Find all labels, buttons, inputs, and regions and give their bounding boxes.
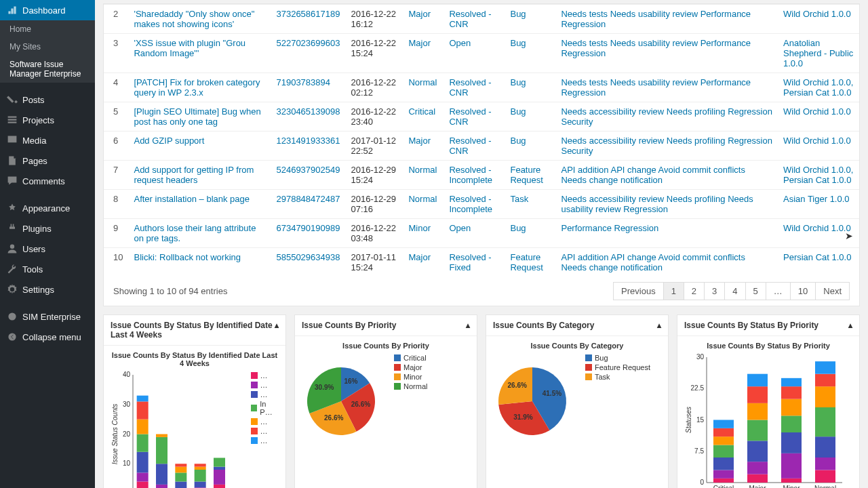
priority-link[interactable]: Major	[408, 136, 431, 146]
sidebar-item-projects[interactable]: Projects	[0, 110, 95, 130]
issue-id-link[interactable]: 3230465139098	[276, 106, 340, 117]
widget-header[interactable]: Issue Counts By Status By Priority▴	[677, 315, 859, 336]
bar-segment[interactable]	[815, 436, 835, 458]
page-3[interactable]: 3	[704, 282, 725, 300]
bar-segment[interactable]	[781, 479, 802, 483]
category-link[interactable]: Feature Request	[510, 252, 542, 272]
page-5[interactable]: 5	[745, 282, 766, 300]
bar-segment[interactable]	[214, 458, 225, 467]
issue-title-link[interactable]: After installation – blank page	[134, 194, 250, 204]
bar-segment[interactable]	[781, 386, 802, 399]
bar-segment[interactable]	[137, 396, 149, 402]
issue-title-link[interactable]: 'XSS issue with plugin "Grou Random Imag…	[134, 38, 245, 58]
version-link[interactable]: Anatolian Shepherd - Public 1.0.0	[783, 38, 853, 68]
bar-segment[interactable]	[747, 474, 768, 483]
bar-segment[interactable]	[214, 470, 225, 485]
page-2[interactable]: 2	[684, 282, 705, 300]
sidebar-item-media[interactable]: Media	[0, 130, 95, 150]
bar-segment[interactable]	[815, 407, 835, 436]
bar-segment[interactable]	[747, 403, 768, 420]
issue-id-link[interactable]: 5246937902549	[276, 165, 340, 175]
bar-segment[interactable]	[815, 374, 835, 387]
issue-title-link[interactable]: 'Sharedaddy "Only show once" makes not s…	[134, 9, 254, 29]
bar-segment[interactable]	[781, 415, 802, 432]
priority-link[interactable]: Major	[408, 252, 431, 262]
bar-segment[interactable]	[195, 464, 206, 466]
bar-segment[interactable]	[195, 470, 206, 482]
issue-id-link[interactable]: 3732658617189	[276, 9, 340, 19]
bar-segment[interactable]	[781, 432, 802, 453]
priority-link[interactable]: Critical	[408, 106, 435, 117]
widget-header[interactable]: Issue Counts By Status By Identified Dat…	[104, 315, 285, 346]
status-link[interactable]: Open	[449, 38, 471, 48]
status-link[interactable]: Resolved - Incomplete	[449, 194, 492, 214]
bar-segment[interactable]	[156, 437, 167, 464]
bar-segment[interactable]	[175, 467, 186, 473]
priority-link[interactable]: Normal	[408, 77, 437, 87]
sidebar-item-comments[interactable]: Comments	[0, 171, 95, 191]
priority-link[interactable]: Minor	[408, 223, 431, 233]
tags-link[interactable]: Needs tests Needs usability review Perfo…	[561, 9, 751, 29]
sidebar-item-sim-enterprise[interactable]: SIM Enterprise	[0, 306, 95, 327]
tags-link[interactable]: Needs accessibility review Needs profili…	[561, 136, 772, 156]
status-link[interactable]: Resolved - Fixed	[449, 252, 491, 272]
page-next[interactable]: Next	[815, 282, 850, 300]
bar-segment[interactable]	[175, 472, 186, 481]
bar-segment[interactable]	[815, 361, 835, 374]
bar-segment[interactable]	[195, 482, 206, 488]
page-…[interactable]: …	[766, 282, 791, 300]
bar-segment[interactable]	[747, 441, 768, 462]
sidebar-item-pages[interactable]: Pages	[0, 150, 95, 171]
version-link[interactable]: Wild Orchid 1.0.0	[783, 9, 851, 19]
category-link[interactable]: Bug	[510, 9, 526, 19]
collapse-icon[interactable]: ▴	[848, 321, 852, 330]
bar-segment[interactable]	[137, 472, 149, 481]
tags-link[interactable]: Needs tests Needs usability review Perfo…	[561, 38, 751, 58]
bar-segment[interactable]	[156, 464, 167, 485]
version-link[interactable]: Wild Orchid 1.0.0	[783, 106, 851, 117]
status-link[interactable]: Resolved - Incomplete	[449, 165, 492, 185]
bar-segment[interactable]	[137, 482, 149, 489]
issue-title-link[interactable]: Add GZIP support	[134, 136, 204, 146]
bar-segment[interactable]	[747, 386, 768, 403]
category-link[interactable]: Bug	[510, 136, 526, 146]
tags-link[interactable]: Needs tests Needs usability review Perfo…	[561, 77, 751, 98]
sidebar-item-users[interactable]: Users	[0, 239, 95, 259]
sidebar-item-posts[interactable]: Posts	[0, 89, 95, 110]
page-4[interactable]: 4	[724, 282, 745, 300]
bar-segment[interactable]	[815, 458, 835, 470]
issue-id-link[interactable]: 2978848472487	[276, 194, 340, 204]
sidebar-sim[interactable]: Software Issue Manager Enterprise	[0, 56, 95, 83]
version-link[interactable]: Wild Orchid 1.0.0	[783, 136, 851, 146]
bar-segment[interactable]	[156, 485, 167, 488]
bar-segment[interactable]	[713, 420, 734, 428]
bar-segment[interactable]	[214, 467, 225, 470]
sidebar-item-plugins[interactable]: Plugins	[0, 218, 95, 239]
issue-title-link[interactable]: [Plugin SEO Ultimate] Bug when post has …	[134, 106, 260, 127]
bar-segment[interactable]	[137, 452, 149, 473]
collapse-icon[interactable]: ▴	[466, 321, 470, 330]
category-link[interactable]: Bug	[510, 38, 526, 48]
issue-id-link[interactable]: 1231491933361	[276, 136, 340, 146]
status-link[interactable]: Open	[449, 223, 471, 233]
tags-link[interactable]: Needs accessibility review Needs profili…	[561, 106, 772, 127]
bar-segment[interactable]	[713, 445, 734, 458]
bar-segment[interactable]	[137, 434, 149, 452]
collapse-icon[interactable]: ▴	[657, 321, 661, 330]
bar-segment[interactable]	[815, 386, 835, 407]
version-link[interactable]: Wild Orchid 1.0.0	[783, 223, 851, 233]
issue-title-link[interactable]: [PATCH] Fix for broken category query in…	[134, 77, 260, 98]
sidebar-dashboard[interactable]: Dashboard	[0, 0, 95, 20]
bar-segment[interactable]	[713, 428, 734, 436]
version-link[interactable]: Asian Tiger 1.0.0	[783, 194, 850, 204]
bar-segment[interactable]	[195, 467, 206, 470]
bar-segment[interactable]	[713, 470, 734, 479]
issue-title-link[interactable]: Add support for getting IP from request …	[134, 165, 254, 185]
category-link[interactable]: Bug	[510, 77, 526, 87]
category-link[interactable]: Bug	[510, 223, 526, 233]
sidebar-home[interactable]: Home	[0, 20, 95, 38]
status-link[interactable]: Resolved - CNR	[449, 9, 491, 29]
bar-segment[interactable]	[747, 462, 768, 474]
bar-segment[interactable]	[781, 378, 802, 386]
bar-segment[interactable]	[781, 399, 802, 416]
